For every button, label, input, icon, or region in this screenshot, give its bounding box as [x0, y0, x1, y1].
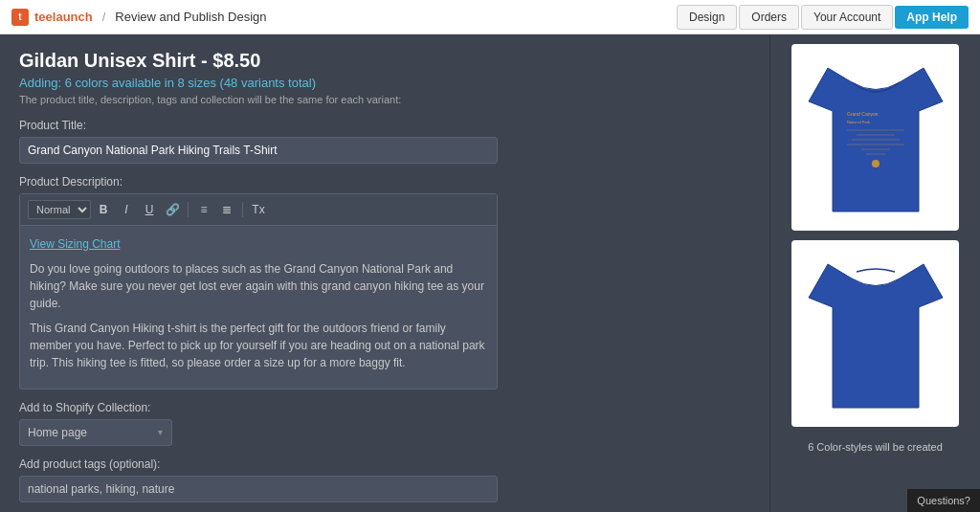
sizing-chart-link[interactable]: View Sizing Chart	[30, 235, 487, 253]
product-title-label: Product Title:	[19, 119, 750, 132]
collection-select[interactable]: Home page Front page All	[19, 419, 172, 446]
shirt-back-image	[791, 240, 959, 427]
breadcrumb-separator: /	[102, 10, 106, 24]
list-unordered-button[interactable]: ≡	[193, 199, 214, 220]
product-heading: Gildan Unisex Shirt - $8.50	[19, 50, 750, 72]
tags-input[interactable]	[19, 476, 498, 502]
collection-select-wrapper: Home page Front page All	[19, 419, 172, 446]
main-container: Gildan Unisex Shirt - $8.50 Adding: 6 co…	[0, 34, 980, 512]
list-ordered-button[interactable]: ≣	[216, 199, 237, 220]
account-nav-button[interactable]: Your Account	[801, 5, 893, 30]
topnav: t teelaunch / Review and Publish Design …	[0, 0, 980, 34]
questions-button[interactable]: Questions?	[907, 489, 980, 512]
toolbar-separator	[188, 202, 189, 217]
italic-button[interactable]: I	[116, 199, 137, 220]
bold-button[interactable]: B	[93, 199, 114, 220]
svg-text:Grand Canyon: Grand Canyon	[847, 111, 879, 117]
editor-paragraph-2: This Grand Canyon Hiking t-shirt is the …	[30, 320, 487, 371]
brand-icon: t	[11, 9, 29, 26]
editor-paragraph-1: Do you love going outdoors to places suc…	[30, 260, 487, 312]
svg-text:National Park: National Park	[847, 120, 870, 124]
brand: t teelaunch / Review and Publish Design	[11, 9, 267, 26]
product-note: The product title, description, tags and…	[19, 94, 750, 105]
clear-format-button[interactable]: Tx	[248, 199, 269, 220]
shirt-front-image: Grand Canyon National Park	[791, 44, 959, 231]
tags-label: Add product tags (optional):	[19, 457, 750, 471]
color-note: 6 Color-styles will be created	[808, 441, 943, 453]
link-button[interactable]: 🔗	[162, 199, 183, 220]
brand-name: teelaunch	[34, 10, 93, 24]
orders-nav-button[interactable]: Orders	[739, 5, 799, 30]
toolbar-separator2	[242, 202, 243, 217]
product-subtitle: Adding: 6 colors available in 8 sizes (4…	[19, 76, 750, 90]
editor-toolbar: Normal B I U 🔗 ≡ ≣ Tx	[20, 194, 497, 226]
format-select[interactable]: Normal	[28, 200, 91, 219]
left-panel: Gildan Unisex Shirt - $8.50 Adding: 6 co…	[0, 34, 769, 512]
editor-content[interactable]: View Sizing Chart Do you love going outd…	[20, 226, 497, 389]
collection-label: Add to Shopify Collection:	[19, 401, 750, 414]
breadcrumb-page: Review and Publish Design	[115, 10, 266, 24]
nav-actions: Design Orders Your Account App Help	[677, 5, 969, 30]
help-nav-button[interactable]: App Help	[895, 6, 969, 29]
product-description-label: Product Description:	[19, 175, 750, 189]
underline-button[interactable]: U	[139, 199, 160, 220]
svg-point-8	[872, 160, 880, 167]
right-panel: Grand Canyon National Park	[769, 34, 980, 512]
product-title-input[interactable]	[19, 137, 498, 164]
design-nav-button[interactable]: Design	[677, 5, 737, 30]
description-editor: Normal B I U 🔗 ≡ ≣ Tx View Sizing Chart …	[19, 193, 498, 390]
